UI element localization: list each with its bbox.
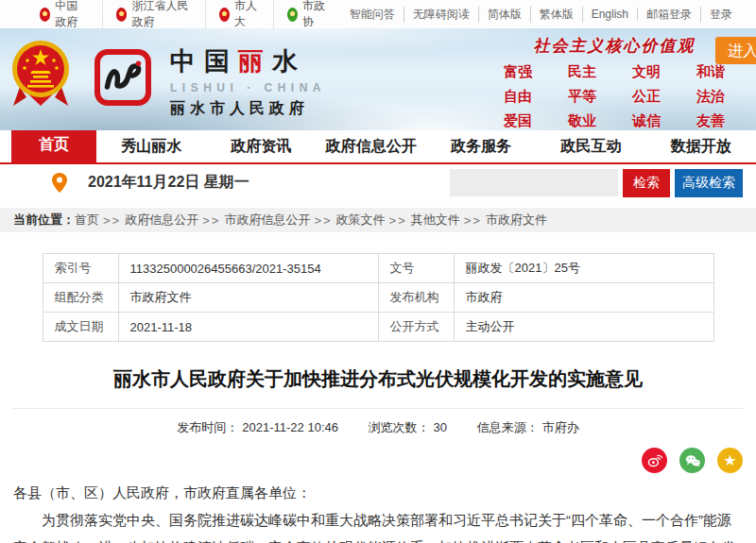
site-name-english: LISHUI · CHINA [170, 81, 326, 94]
body-paragraph: 为贯彻落实党中央、国务院推进碳达峰碳中和重大战略决策部署和习近平总书记关于“四个… [13, 506, 743, 543]
share-row: ★ [0, 436, 756, 473]
issue-date-value: 2021-11-18 [118, 313, 378, 342]
national-emblem-icon: ★ [219, 8, 230, 22]
wechat-share-icon[interactable] [679, 448, 705, 473]
link-english[interactable]: English [583, 8, 638, 21]
search-input[interactable] [450, 169, 618, 196]
core-values-grid: 富强 民主 文明 和谐 自由 平等 公正 法治 爱国 敬业 诚信 友善 [486, 63, 743, 130]
nav-item-open-data[interactable]: 数据开放 [646, 130, 756, 162]
article-meta: 发布时间：2021-11-22 10:46 浏览次数：30 信息来源：市府办 [0, 419, 756, 436]
gov-links: ★ 中国政府 ★ 浙江省人民政府 ★ 市人大 ★ 市政协 [26, 0, 341, 30]
nav-item-gov-news[interactable]: 政府资讯 [206, 130, 316, 162]
source-segment: 信息来源：市府办 [477, 420, 579, 434]
breadcrumb-city-info-disclosure[interactable]: 市政府信息公开 [224, 212, 310, 229]
search-group: 检索 高级检索 [450, 169, 743, 197]
core-value: 友善 [679, 112, 743, 130]
breadcrumb-city-gov-docs[interactable]: 市政府文件 [486, 212, 547, 229]
breadcrumb-separator: >> [314, 213, 332, 228]
core-values-block: 社会主义核心价值观 富强 民主 文明 和谐 自由 平等 公正 法治 爱国 敬业 … [486, 35, 743, 130]
nav-item-info-disclosure[interactable]: 政府信息公开 [317, 130, 426, 162]
nav-item-home[interactable]: 首页 [11, 126, 96, 164]
core-value: 富强 [486, 63, 550, 81]
publish-time-value: 2021-11-22 10:46 [242, 420, 338, 434]
core-values-title: 社会主义核心价值观 [486, 35, 743, 57]
top-utility-bar: ★ 中国政府 ★ 浙江省人民政府 ★ 市人大 ★ 市政协 智能问答 无障碍阅读 … [0, 0, 756, 28]
core-value: 平等 [550, 88, 614, 106]
page-title: 丽水市人民政府关于加快推进分布式光伏规模化开发的实施意见 [28, 365, 728, 392]
index-number-value: 113325000026455663/2021-35154 [118, 254, 378, 283]
national-emblem-icon: ★ [116, 8, 127, 22]
link-china-gov[interactable]: ★ 中国政府 [26, 0, 103, 30]
disclosure-method-label: 公开方式 [378, 313, 454, 342]
breadcrumb-prefix: 当前位置： [13, 212, 75, 229]
lishui-seal-logo [94, 49, 151, 106]
site-title-block: 中国丽水 LISHUI · CHINA 丽水市人民政府 [170, 44, 326, 119]
site-name: 中国丽水 [170, 44, 326, 78]
nav-item-scenic-lishui[interactable]: 秀山丽水 [96, 130, 206, 162]
search-button[interactable]: 检索 [623, 169, 670, 197]
gov-link-label: 市政协 [302, 0, 328, 30]
star-icon: ★ [723, 453, 736, 468]
divider [13, 408, 743, 409]
nav-item-gov-services[interactable]: 政务服务 [426, 130, 536, 162]
core-value: 自由 [486, 88, 550, 106]
breadcrumb-policy-docs[interactable]: 政策文件 [336, 212, 386, 229]
doc-number-label: 文号 [378, 254, 454, 283]
link-city-peoples-congress[interactable]: ★ 市人大 [206, 0, 274, 30]
publish-time-label: 发布时间： [177, 420, 238, 434]
site-name-part-red: 丽 [238, 47, 272, 76]
breadcrumb-separator: >> [389, 213, 407, 228]
core-value: 文明 [614, 63, 679, 81]
link-zhejiang-gov[interactable]: ★ 浙江省人民政府 [103, 0, 206, 30]
site-name-part: 中国 [170, 47, 238, 76]
core-value: 和谐 [679, 63, 743, 81]
views-segment: 浏览次数：30 [369, 420, 451, 434]
link-login[interactable]: 登录 [701, 7, 741, 23]
link-smart-qa[interactable]: 智能问答 [341, 7, 404, 23]
issue-date-label: 成文日期 [43, 313, 118, 342]
category-value: 市政府文件 [118, 283, 378, 313]
gov-link-label: 市人大 [234, 0, 260, 30]
table-row: 成文日期 2021-11-18 公开方式 主动公开 [43, 313, 713, 342]
core-value: 爱国 [486, 112, 550, 130]
elderly-version-button[interactable]: 进入老年版 [715, 37, 756, 64]
advanced-search-button[interactable]: 高级检索 [675, 169, 743, 197]
table-row: 组配分类 市政府文件 发布机构 市政府 [43, 283, 713, 313]
national-emblem [11, 40, 70, 115]
location-pin-icon [52, 173, 67, 193]
core-value: 诚信 [614, 112, 679, 130]
national-emblem-icon: ★ [40, 8, 50, 22]
index-number-label: 索引号 [43, 254, 118, 283]
breadcrumb-separator: >> [202, 213, 220, 228]
link-city-cppcc[interactable]: ★ 市政协 [274, 0, 341, 30]
core-value: 公正 [614, 88, 679, 106]
views-value: 30 [434, 420, 447, 434]
doc-number-value: 丽政发〔2021〕25号 [454, 254, 713, 283]
breadcrumb-info-disclosure[interactable]: 政府信息公开 [125, 212, 198, 229]
main-nav: 首页 秀山丽水 政府资讯 政府信息公开 政务服务 政民互动 数据开放 [0, 130, 756, 164]
nav-item-interaction[interactable]: 政民互动 [536, 130, 645, 162]
spacer [0, 201, 756, 208]
core-value: 敬业 [550, 112, 614, 130]
gov-link-label: 中国政府 [55, 0, 89, 30]
core-value: 民主 [550, 63, 614, 81]
issuing-agency-label: 发布机构 [378, 283, 454, 313]
current-date: 2021年11月22日 星期一 [88, 173, 249, 193]
source-label: 信息来源： [477, 420, 539, 434]
breadcrumb-other-docs[interactable]: 其他文件 [411, 212, 460, 229]
document-content: 索引号 113325000026455663/2021-35154 文号 丽政发… [0, 232, 756, 543]
weibo-share-icon[interactable] [642, 448, 667, 473]
date-search-bar: 2021年11月22日 星期一 检索 高级检索 [0, 164, 756, 201]
gov-link-label: 浙江省人民政府 [131, 0, 191, 30]
site-subtitle: 丽水市人民政府 [170, 99, 326, 119]
salutation: 各县（市、区）人民政府，市政府直属各单位： [13, 479, 743, 506]
link-simplified[interactable]: 简体版 [479, 7, 531, 23]
qzone-share-icon[interactable]: ★ [717, 448, 743, 473]
core-value: 法治 [679, 88, 743, 106]
link-mail-login[interactable]: 邮箱登录 [638, 7, 701, 23]
link-traditional[interactable]: 繁体版 [531, 7, 583, 23]
table-row: 索引号 113325000026455663/2021-35154 文号 丽政发… [43, 254, 713, 283]
cppcc-emblem-icon: ★ [287, 8, 298, 22]
breadcrumb-home[interactable]: 首页 [75, 212, 99, 229]
link-accessibility[interactable]: 无障碍阅读 [404, 7, 479, 23]
